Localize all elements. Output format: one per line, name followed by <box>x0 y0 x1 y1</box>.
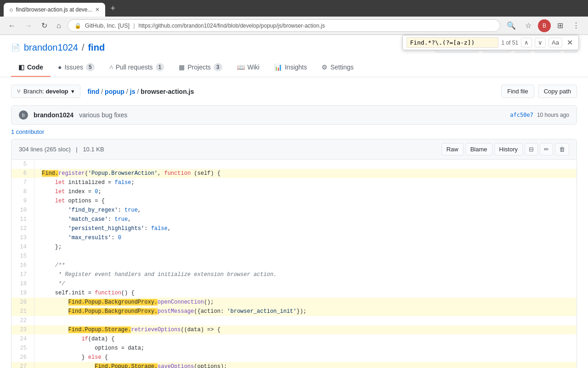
code-icon: ◧ <box>18 63 24 71</box>
line-content: 'match_case': true, <box>34 215 577 224</box>
branch-select[interactable]: ⑂ Branch: develop ▾ <box>11 85 80 98</box>
line-num[interactable]: 16 <box>11 261 34 270</box>
forward-button[interactable]: → <box>22 20 35 32</box>
line-content: options = data; <box>34 344 577 353</box>
tab-projects[interactable]: ▦ Projects 3 <box>171 58 229 77</box>
line-content: let initialized = false; <box>34 178 577 187</box>
bookmark-button[interactable]: ☆ <box>522 19 534 32</box>
line-num[interactable]: 23 <box>11 325 34 334</box>
tab-settings[interactable]: ⚙ Settings <box>314 58 361 77</box>
repo-owner-link[interactable]: brandon1024 <box>24 42 78 53</box>
line-content: 'persistent_highlights': false, <box>34 224 577 233</box>
line-num[interactable]: 15 <box>11 252 34 261</box>
reload-button[interactable]: ↻ <box>39 19 50 32</box>
commit-author[interactable]: brandon1024 <box>34 111 74 119</box>
line-num[interactable]: 8 <box>11 187 34 196</box>
line-num[interactable]: 18 <box>11 279 34 288</box>
home-button[interactable]: ⌂ <box>54 20 64 32</box>
line-num[interactable]: 17 <box>11 270 34 279</box>
line-content <box>34 252 577 261</box>
file-nav: ⑂ Branch: develop ▾ find / popup / js / … <box>0 77 588 105</box>
commit-time: 10 hours ago <box>537 112 569 118</box>
tab-insights[interactable]: 📊 Insights <box>267 58 314 77</box>
browser-tab[interactable]: ○ find/browser-action.js at deve... ✕ <box>4 3 105 17</box>
line-num[interactable]: 6 <box>11 169 34 178</box>
profile-icon[interactable]: B <box>538 19 551 32</box>
tab-insights-label: Insights <box>285 63 307 71</box>
code-line: 21 Find.Popup.BackgroundProxy.postMessag… <box>11 307 577 316</box>
breadcrumb-sep-3: / <box>137 88 139 95</box>
line-num[interactable]: 7 <box>11 178 34 187</box>
code-line: 11 'match_case': true, <box>11 215 577 224</box>
tab-pull-requests[interactable]: ⑃ Pull requests 1 <box>102 58 172 77</box>
back-button[interactable]: ← <box>6 20 18 32</box>
line-content: Find.Popup.Storage.retrieveOptions((data… <box>34 325 577 334</box>
line-num[interactable]: 24 <box>11 334 34 344</box>
breadcrumb-js[interactable]: js <box>130 88 136 95</box>
line-content: let index = 0; <box>34 187 577 196</box>
display-button[interactable]: ⊟ <box>525 143 538 155</box>
line-num[interactable]: 11 <box>11 215 34 224</box>
edit-button[interactable]: ✏ <box>540 143 553 155</box>
code-line: 12 'persistent_highlights': false, <box>11 224 577 233</box>
issues-badge: 5 <box>86 63 95 71</box>
line-num[interactable]: 25 <box>11 344 34 353</box>
find-close-button[interactable]: ✕ <box>565 37 575 48</box>
contributors-link[interactable]: 1 contributor <box>11 128 44 135</box>
tab-wiki[interactable]: 📖 Wiki <box>230 58 267 77</box>
code-line: 22 <box>11 316 577 325</box>
breadcrumb: find / popup / js / browser-action.js <box>88 88 494 95</box>
line-num[interactable]: 26 <box>11 353 34 362</box>
line-content: if(data) { <box>34 334 577 344</box>
line-content: }; <box>34 242 577 252</box>
delete-button[interactable]: 🗑 <box>555 143 569 155</box>
menu-button[interactable]: ⋮ <box>570 19 582 32</box>
code-line: 18 */ <box>11 279 577 288</box>
commit-info-bar: b brandon1024 various bug fixes afc50e7 … <box>11 105 577 125</box>
breadcrumb-find[interactable]: find <box>88 88 100 95</box>
find-match-case-button[interactable]: Aa <box>548 38 562 47</box>
address-bar[interactable]: 🔒 GitHub, Inc. [US] | https://github.com… <box>68 19 500 32</box>
tab-close-icon[interactable]: ✕ <box>95 6 100 13</box>
find-file-button[interactable]: Find file <box>501 85 534 98</box>
address-separator: | <box>133 22 135 29</box>
find-prev-button[interactable]: ∧ <box>521 38 532 47</box>
find-bar-count: 1 of 51 <box>501 40 518 46</box>
search-button[interactable]: 🔍 <box>504 19 519 32</box>
copy-path-button[interactable]: Copy path <box>538 85 577 98</box>
find-next-button[interactable]: ∨ <box>535 38 546 47</box>
commit-sha[interactable]: afc50e7 <box>510 112 533 118</box>
line-content: * Register event handlers and initialize… <box>34 270 577 279</box>
line-num[interactable]: 13 <box>11 233 34 242</box>
file-header: 304 lines (265 sloc) | 10.1 KB Raw Blame… <box>11 139 577 160</box>
new-tab-button[interactable]: + <box>107 3 119 14</box>
tab-issues[interactable]: ● Issues 5 <box>51 58 102 77</box>
line-num[interactable]: 5 <box>11 160 34 169</box>
raw-button[interactable]: Raw <box>441 143 464 155</box>
history-button[interactable]: History <box>494 143 523 155</box>
line-num[interactable]: 22 <box>11 316 34 325</box>
chevron-down-icon: ▾ <box>71 88 74 95</box>
repo-name-link[interactable]: find <box>88 42 105 53</box>
line-content: Find.Popup.BackgroundProxy.postMessage({… <box>34 307 577 316</box>
breadcrumb-popup[interactable]: popup <box>105 88 124 95</box>
tab-code[interactable]: ◧ Code <box>11 58 51 77</box>
tab-pr-label: Pull requests <box>116 63 153 71</box>
line-num[interactable]: 9 <box>11 196 34 206</box>
extensions-button[interactable]: ⊞ <box>554 19 566 32</box>
breadcrumb-sep-1: / <box>101 88 103 95</box>
code-line: 27 Find.Popup.Storage.saveOptions(option… <box>11 362 577 368</box>
line-num[interactable]: 21 <box>11 307 34 316</box>
contributors-bar: 1 contributor <box>11 128 577 135</box>
line-content: 'max_results': 0 <box>34 233 577 242</box>
browser-chrome: ○ find/browser-action.js at deve... ✕ + <box>0 0 588 17</box>
line-num[interactable]: 10 <box>11 206 34 215</box>
line-num[interactable]: 19 <box>11 288 34 298</box>
line-num[interactable]: 20 <box>11 298 34 307</box>
line-num[interactable]: 14 <box>11 242 34 252</box>
pr-icon: ⑃ <box>109 63 113 71</box>
line-num[interactable]: 27 <box>11 362 34 368</box>
find-bar-input[interactable] <box>407 37 498 48</box>
blame-button[interactable]: Blame <box>465 143 492 155</box>
line-num[interactable]: 12 <box>11 224 34 233</box>
